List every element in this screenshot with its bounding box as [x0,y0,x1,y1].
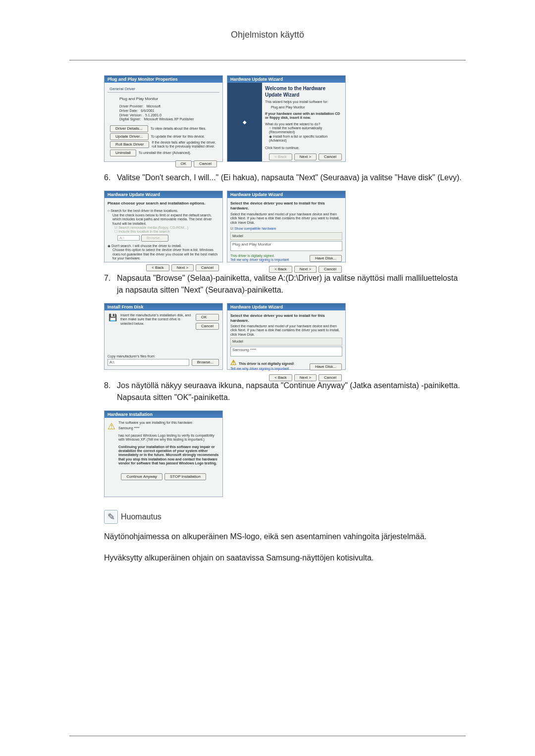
radio-dont-search[interactable]: Don't search. I will choose the driver t… [111,244,182,248]
warning-icon: ⚠ [107,421,115,466]
radio-list[interactable]: Install from a list or specific location… [269,135,327,142]
text: Samsung **** [118,426,219,430]
page-title: Ohjelmiston käyttö [69,30,466,40]
step-8-text: Jos näytöllä näkyy seuraava ikkuna, naps… [117,380,466,403]
text: Select the manufacturer and model of you… [230,324,342,337]
heading: Please choose your search and installati… [107,201,219,206]
screenshot-wizard-select-driver-2: Hardware Update Wizard Select the device… [227,303,346,370]
screenshot-install-from-disk: Install From Disk 💾 Insert the manufactu… [104,303,223,370]
wizard-sidebar-image: ◆ [227,83,262,161]
desc: To update the driver for this device. [151,135,205,139]
tabs: General Driver [107,86,219,93]
warning-icon: ⚠ [230,358,237,366]
stop-installation-button[interactable]: STOP Installation [164,473,206,480]
step-6-text: Valitse "Don't search, I will..." (Ei ha… [117,172,466,184]
dialog-title: Hardware Update Wizard [227,303,345,310]
text: Choose this option to select the device … [112,248,219,260]
value: 5.1.2001.0 [145,113,161,118]
device-name: Plug and Play Monitor [119,97,217,101]
notsigned-text: This driver is not digitally signed! [239,362,294,365]
ok-button[interactable]: OK [175,160,192,167]
dialog-title: Hardware Update Wizard [227,76,345,83]
cancel-button[interactable]: Cancel [319,153,342,160]
step-8-number: 8. [104,380,117,403]
screenshot-wizard-choose: Hardware Update Wizard Please choose you… [104,191,223,262]
text: Continuing your installation of this sof… [118,445,219,466]
model-item[interactable]: Plug and Play Monitor [230,241,342,251]
step-6-number: 6. [104,172,117,184]
desc: To uninstall the driver (Advanced). [139,151,191,155]
show-compatible-check[interactable]: Show compatible hardware [234,227,276,230]
screenshot-hardware-installation: Hardware Installation ⚠ The software you… [104,410,223,497]
label: Copy manufacturer's files from: [107,354,219,358]
chk-location: Include this location in the search: [118,230,170,233]
note-icon: ✎ [104,510,118,524]
next-button[interactable]: Next > [294,153,317,160]
text: Use the check boxes below to limit or ex… [112,213,219,226]
browse-button: Browse... [141,235,168,242]
value: 6/6/2001 [141,109,154,113]
back-button: < Back [269,153,292,160]
wizard-heading: Welcome to the Hardware Update Wizard [265,86,342,98]
label: Driver Version: [119,113,142,118]
uninstall-button[interactable]: Uninstall [110,150,136,156]
have-disk-button[interactable]: Have Disk... [310,363,342,370]
text: Plug and Play Monitor [271,105,342,109]
text: If your hardware came with an installati… [265,112,342,120]
note-paragraph-1: Näytönohjaimessa on alkuperäinen MS-logo… [104,531,466,543]
driver-details-button[interactable]: Driver Details... [110,125,148,132]
cancel-button[interactable]: Cancel [196,323,219,330]
value: Microsoft Windows XP Publisher [144,117,194,122]
ok-button[interactable]: OK [196,314,219,321]
desc: If the device fails after updating the d… [152,141,217,149]
cancel-button[interactable]: Cancel [196,264,219,271]
cancel-button[interactable]: Cancel [194,160,217,167]
label: Driver Provider: [119,104,144,109]
text: Select the manufacturer and model of you… [230,212,342,225]
model-header: Model [230,232,342,240]
text: What do you want the wizard to do? [265,122,342,126]
dialog-title: Hardware Installation [105,411,222,418]
footer-divider [69,736,466,736]
note-label: Huomautus [121,512,161,521]
signed-text: This driver is digitally signed. [230,254,289,258]
screenshot-properties: Plug and Play Monitor Properties General… [104,75,223,162]
text: has not passed Windows Logo testing to v… [118,434,219,442]
path-input[interactable]: A:\ [107,359,189,366]
dialog-title: Plug and Play Monitor Properties [105,76,222,83]
label: Digital Signer: [119,117,141,122]
rollback-button[interactable]: Roll Back Driver [110,141,149,148]
desc: To view details about the driver files. [151,127,206,131]
signing-link[interactable]: Tell me why driver signing is important [230,258,289,262]
browse-button[interactable]: Browse... [192,359,219,366]
step-7-text: Napsauta "Browse" (Selaa)-painiketta, va… [117,272,466,296]
radio-search[interactable]: Search for the best driver in these loca… [110,209,178,212]
divider [69,60,466,60]
next-button[interactable]: Next > [294,266,317,273]
back-button[interactable]: < Back [269,266,292,273]
dialog-title: Hardware Update Wizard [227,191,345,198]
heading: Select the device driver you want to ins… [230,201,342,211]
model-header: Model [230,338,342,346]
text: Click Next to continue. [265,146,342,150]
chk-removable: Search removable media (floppy, CD-ROM..… [118,226,188,229]
continue-anyway-button[interactable]: Continue Anyway [121,473,162,480]
update-driver-button[interactable]: Update Driver... [110,133,149,140]
text: Insert the manufacturer's installation d… [120,313,192,330]
signing-link[interactable]: Tell me why driver signing is important [230,367,294,371]
model-item[interactable]: Samsung **** [230,347,342,356]
text: This wizard helps you install software f… [265,100,342,104]
text: The software you are installing for this… [118,421,219,425]
step-7-number: 7. [104,272,117,296]
screenshot-wizard-select-driver: Hardware Update Wizard Select the device… [227,191,346,262]
next-button[interactable]: Next > [171,264,194,271]
cancel-button[interactable]: Cancel [319,266,342,273]
value: Microsoft [147,104,160,109]
label: Driver Date: [119,109,138,113]
path-field: A:\ [117,235,140,241]
back-button[interactable]: < Back [146,264,169,271]
note-paragraph-2: Hyväksytty alkuperäinen ohjain on saatav… [104,552,466,564]
dialog-title: Hardware Update Wizard [105,191,222,198]
have-disk-button[interactable]: Have Disk... [310,255,342,262]
radio-auto[interactable]: Install the software automatically (Reco… [269,126,322,134]
